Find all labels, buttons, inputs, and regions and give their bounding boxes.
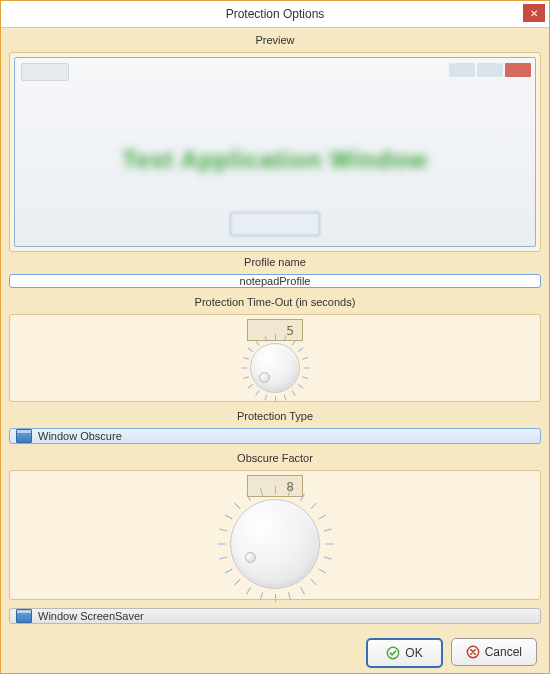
ok-icon xyxy=(386,646,400,660)
obscure-dial[interactable] xyxy=(230,499,320,589)
protection-options-window: Protection Options ✕ Preview Test Applic… xyxy=(0,0,550,674)
preview-mini-icon xyxy=(21,63,69,81)
window-title: Protection Options xyxy=(226,7,325,21)
content-area: Preview Test Application Window Profile … xyxy=(1,28,549,673)
timeout-dial-wrap xyxy=(250,343,300,393)
preview-min-icon xyxy=(449,63,475,77)
protection-type-label-text: Window ScreenSaver xyxy=(38,610,144,622)
obscure-panel: 8 xyxy=(9,470,541,600)
preview-label: Preview xyxy=(9,34,541,46)
obscure-factor-label: Obscure Factor xyxy=(9,452,541,464)
preview-frame: Test Application Window xyxy=(14,57,536,247)
preview-max-icon xyxy=(477,63,503,77)
timeout-dial[interactable] xyxy=(250,343,300,393)
close-button[interactable]: ✕ xyxy=(523,4,545,22)
window-icon xyxy=(16,429,32,443)
timeout-label: Protection Time-Out (in seconds) xyxy=(9,296,541,308)
dial-indicator xyxy=(245,552,256,563)
cancel-button[interactable]: Cancel xyxy=(451,638,537,666)
preview-titlebar xyxy=(17,60,533,82)
protection-type-label-text: Window Obscure xyxy=(38,430,122,442)
preview-panel: Test Application Window xyxy=(9,52,541,252)
dial-indicator xyxy=(259,372,270,383)
preview-sample-text: Test Application Window xyxy=(15,146,535,174)
obscure-dial-wrap xyxy=(230,499,320,589)
ok-button[interactable]: OK xyxy=(366,638,442,668)
protection-type-label: Protection Type xyxy=(9,410,541,422)
protection-type-screensaver[interactable]: Window ScreenSaver xyxy=(9,608,541,624)
window-icon xyxy=(16,609,32,623)
cancel-button-label: Cancel xyxy=(485,645,522,659)
profile-name-label: Profile name xyxy=(9,256,541,268)
dialog-buttons: OK Cancel xyxy=(9,632,541,670)
profile-name-input[interactable] xyxy=(9,274,541,288)
preview-close-icon xyxy=(505,63,531,77)
preview-sample-button xyxy=(230,212,320,236)
ok-button-label: OK xyxy=(405,646,422,660)
timeout-panel: 5 xyxy=(9,314,541,402)
close-icon: ✕ xyxy=(530,8,538,19)
protection-type-obscure[interactable]: Window Obscure xyxy=(9,428,541,444)
cancel-icon xyxy=(466,645,480,659)
titlebar: Protection Options ✕ xyxy=(1,1,549,28)
